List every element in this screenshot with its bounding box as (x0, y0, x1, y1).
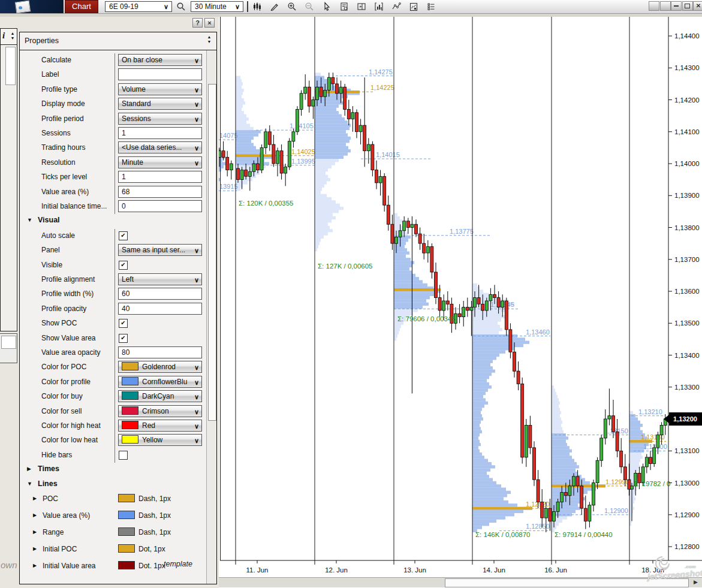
prop-label: Hide bars (41, 451, 72, 459)
prop-label: Show POC (41, 319, 77, 327)
chevron-down-icon: ∨ (164, 2, 168, 12)
line-style-value[interactable]: Dash, 1px (118, 511, 171, 520)
sessions-input[interactable]: 1 (118, 127, 202, 139)
data-box-icon[interactable] (338, 1, 351, 13)
poc-bar (236, 155, 273, 157)
line-style-value[interactable]: Dot, 1px (118, 544, 165, 553)
line-style-text: Dash, 1px (138, 528, 171, 536)
chevron-down-icon: ∨ (194, 99, 199, 110)
dialog-help-button[interactable]: ? (192, 18, 203, 28)
price-level-label: 1,14225 (370, 84, 394, 91)
triangle-right-icon[interactable]: ▶ (27, 466, 31, 472)
column-separator (115, 405, 115, 419)
hide-bars-checkbox[interactable] (119, 451, 128, 460)
line-style-value[interactable]: Dot. 1px (118, 561, 165, 570)
indicator-icon[interactable] (372, 1, 385, 13)
zoom-in-icon[interactable] (285, 1, 299, 13)
chart-panel[interactable]: 14075139151,141051,140251,139951,142751,… (219, 17, 702, 588)
panel-spinner[interactable]: ▲▼ (9, 31, 16, 41)
chevron-down-icon: ∨ (194, 55, 199, 66)
triangle-right-icon[interactable]: ▶ (33, 563, 37, 568)
chevron-down-icon: ∨ (194, 377, 199, 388)
trading-hours-dropdown[interactable]: <Use data series...∨ (118, 141, 202, 153)
prop-row-show-poc: Show POC✔ (20, 316, 206, 331)
symbol-select[interactable]: 6E 09-19 ∨ (105, 1, 172, 12)
column-separator (115, 433, 115, 448)
triangle-down-icon[interactable]: ▼ (27, 217, 32, 223)
close-button[interactable]: ✕ (693, 1, 702, 11)
window-button[interactable] (649, 1, 659, 11)
dialog-scrollbar-thumb[interactable] (208, 84, 216, 421)
panel-dropdown[interactable]: Same as input ser...∨ (118, 244, 202, 256)
panels-icon[interactable] (355, 1, 368, 13)
ticks-per-level-input[interactable]: 1 (118, 171, 202, 183)
chart-window-button[interactable]: Chart (65, 0, 98, 13)
side-panel-scrollbar[interactable] (5, 47, 16, 85)
show-poc-checkbox[interactable]: ✔ (119, 319, 128, 328)
cursor-icon[interactable] (320, 1, 333, 13)
session-sigma-label: Σ: 120K / 0,00355 (239, 200, 294, 207)
profile-width-input[interactable]: 60 (118, 288, 202, 300)
resolution-dropdown[interactable]: Minute∨ (118, 156, 202, 168)
scrollbar-thumb[interactable] (445, 578, 689, 587)
line-tool-icon[interactable] (390, 1, 403, 13)
color-for-low-heat-dropdown[interactable]: Yellow∨ (118, 434, 202, 446)
price-level-label: 14075 (219, 132, 238, 139)
color-for-sell-dropdown[interactable]: Crimson∨ (118, 405, 202, 417)
dialog-scroll-arrows[interactable]: ▲▼ (206, 35, 213, 44)
window-button[interactable] (660, 1, 671, 11)
column-separator (115, 287, 115, 301)
line-style-value[interactable]: Dash, 1px (118, 527, 171, 536)
prop-label: Display mode (41, 99, 85, 108)
prop-row-value-area-opacity: Value area opacity80 (20, 346, 206, 360)
restore-button[interactable] (682, 1, 693, 11)
calculate-dropdown[interactable]: On bar close∨ (118, 54, 202, 66)
color-for-poc-dropdown[interactable]: Goldenrod∨ (118, 361, 202, 373)
color-for-profile-dropdown[interactable]: CornflowerBlu∨ (118, 376, 202, 388)
prop-row-color-for-poc: Color for POCGoldenrod∨ (20, 360, 206, 375)
show-value-area-checkbox[interactable]: ✔ (119, 334, 128, 343)
scroll-right-arrow-icon[interactable]: ▶ (694, 579, 698, 585)
profile-period-dropdown[interactable]: Sessions∨ (118, 113, 202, 125)
date-tick-label: 14. Jun (483, 566, 505, 574)
search-icon[interactable] (174, 1, 188, 13)
prop-row-initial-poc: ▶Initial POCDot, 1px (20, 542, 206, 559)
interval-select[interactable]: 30 Minute ∨ (191, 1, 243, 12)
chart-horizontal-scrollbar[interactable]: ▶ (219, 577, 702, 587)
display-mode-dropdown[interactable]: Standard∨ (118, 98, 202, 110)
prop-label: Color for high heat (41, 421, 101, 430)
profile-alignment-dropdown[interactable]: Left∨ (118, 273, 202, 285)
app-logo (0, 0, 64, 13)
value-area-input[interactable]: 68 (118, 186, 202, 198)
initial-balance-time-input[interactable]: 0 (118, 200, 202, 212)
triangle-right-icon[interactable]: ▶ (33, 546, 37, 551)
color-for-buy-dropdown[interactable]: DarkCyan∨ (118, 390, 202, 402)
color-for-high-heat-dropdown[interactable]: Red∨ (118, 420, 202, 432)
line-style-value[interactable]: Dash, 1px (118, 494, 171, 503)
draw-icon[interactable] (268, 1, 281, 13)
dialog-close-button[interactable]: × (204, 18, 215, 28)
session-sigma-label: Σ: 79606 / 0,00345 (397, 315, 456, 322)
dialog-header[interactable]: Properties ▲▼ (20, 32, 216, 50)
triangle-right-icon[interactable]: ▶ (33, 529, 37, 535)
profile-type-dropdown[interactable]: Volume∨ (118, 83, 202, 95)
candlestick-icon[interactable] (251, 1, 264, 13)
visible-checkbox[interactable]: ✔ (119, 261, 128, 270)
dialog-scrollbar[interactable] (206, 50, 216, 584)
triangle-right-icon[interactable]: ▶ (33, 496, 37, 501)
strategy-icon[interactable] (407, 1, 420, 13)
profile-opacity-input[interactable]: 40 (118, 303, 202, 315)
triangle-right-icon[interactable]: ▶ (33, 512, 37, 518)
auto-scale-checkbox[interactable]: ✔ (119, 231, 128, 240)
date-tick-label: 16. Jun (544, 566, 567, 574)
list-icon[interactable] (424, 1, 438, 13)
price-chart[interactable]: 14075139151,141051,140251,139951,142751,… (219, 17, 702, 588)
date-tick-label: 11. Jun (246, 566, 269, 574)
value-area-opacity-input[interactable]: 80 (118, 346, 202, 358)
triangle-down-icon[interactable]: ▼ (27, 481, 32, 487)
zoom-out-icon[interactable] (303, 1, 316, 13)
poc-bar (472, 507, 532, 509)
label-input[interactable] (118, 68, 202, 80)
minimize-button[interactable] (671, 1, 682, 11)
dropdown-value: Crimson (142, 407, 169, 415)
